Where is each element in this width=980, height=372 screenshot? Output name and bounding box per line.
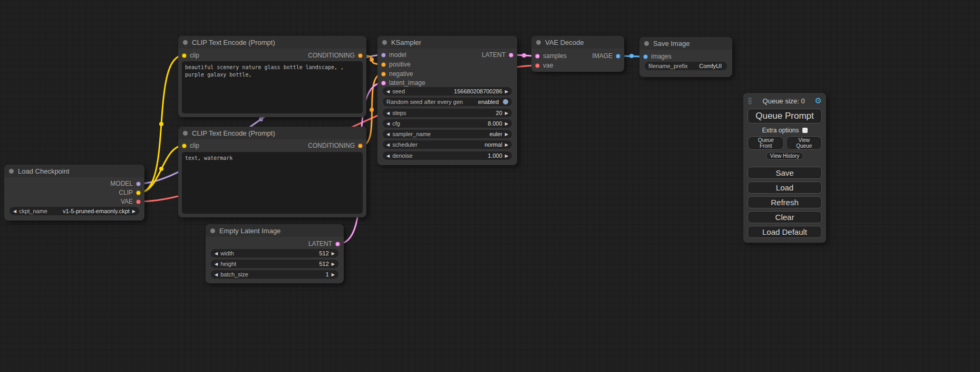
save-button[interactable]: Save — [748, 167, 822, 179]
node-titlebar[interactable]: VAE Decode — [531, 36, 624, 49]
widget-label: denoise — [392, 152, 413, 159]
spacer — [748, 160, 822, 164]
widget-value: v1-5-pruned-emaonly.ckpt — [50, 208, 130, 214]
view-history-button[interactable]: View History — [766, 152, 803, 160]
widget-label: sampler_name — [392, 131, 431, 137]
increment-arrow-icon[interactable]: ▶ — [505, 154, 508, 158]
decrement-arrow-icon[interactable]: ◀ — [386, 89, 390, 94]
output-port-conditioning[interactable] — [358, 53, 363, 58]
link-midpoint-dot — [629, 54, 634, 58]
queue-front-button[interactable]: Queue Front — [748, 136, 784, 150]
toggle-knob[interactable] — [503, 99, 508, 104]
widget-label: cfg — [392, 120, 400, 127]
increment-arrow-icon[interactable]: ▶ — [505, 121, 508, 126]
input-port-clip[interactable] — [182, 144, 187, 148]
output-port-latent[interactable] — [335, 242, 340, 246]
output-label: CLIP — [119, 189, 133, 196]
input-port-samples[interactable] — [535, 54, 540, 59]
view-queue-button[interactable]: View Queue — [786, 136, 822, 150]
node-title: CLIP Text Encode (Prompt) — [192, 129, 275, 137]
widget-label: filename_prefix — [648, 63, 688, 69]
widget-width[interactable]: ◀ width 512 ▶ — [211, 249, 338, 257]
widget-label: scheduler — [392, 141, 418, 148]
queue-panel: ⣿ Queue size: 0 ⚙ Queue Prompt Extra opt… — [743, 93, 826, 243]
widget-scheduler[interactable]: ◀ scheduler normal ▶ — [383, 140, 512, 149]
input-port-latent-image[interactable] — [381, 81, 386, 85]
decrement-arrow-icon[interactable]: ◀ — [215, 272, 218, 277]
node-status-dot[interactable] — [644, 41, 649, 46]
prev-arrow-icon[interactable]: ◀ — [386, 142, 390, 147]
widget-label: height — [220, 261, 236, 267]
node-empty-latent-image: Empty Latent Image LATENT ◀ width 512 ▶ … — [206, 224, 344, 283]
increment-arrow-icon[interactable]: ▶ — [332, 262, 335, 266]
widget-seed[interactable]: ◀ seed 156680208700286 ▶ — [383, 87, 512, 96]
output-port-image[interactable] — [616, 54, 620, 59]
increment-arrow-icon[interactable]: ▶ — [505, 111, 508, 116]
settings-gear-icon[interactable]: ⚙ — [815, 96, 822, 106]
node-titlebar[interactable]: CLIP Text Encode (Prompt) — [178, 127, 366, 139]
node-title: CLIP Text Encode (Prompt) — [192, 39, 275, 46]
decrement-arrow-icon[interactable]: ◀ — [215, 262, 218, 266]
widget-sampler-name[interactable]: ◀ sampler_name euler ▶ — [383, 130, 512, 138]
widget-random-seed-toggle[interactable]: Random seed after every gen enabled — [383, 98, 512, 106]
extra-options-checkbox[interactable] — [802, 128, 808, 133]
node-clip-text-encode-negative: CLIP Text Encode (Prompt) clip CONDITION… — [178, 127, 366, 217]
increment-arrow-icon[interactable]: ▶ — [505, 89, 508, 94]
node-titlebar[interactable]: Empty Latent Image — [206, 224, 344, 237]
widget-steps[interactable]: ◀ steps 20 ▶ — [383, 109, 512, 117]
widget-batch-size[interactable]: ◀ batch_size 1 ▶ — [211, 270, 338, 279]
input-label: vae — [543, 62, 553, 69]
widget-value: 8.000 — [403, 120, 502, 127]
input-label: positive — [389, 61, 411, 68]
extra-options-label: Extra options — [762, 127, 799, 134]
refresh-button[interactable]: Refresh — [748, 196, 822, 208]
decrement-arrow-icon[interactable]: ◀ — [386, 111, 390, 116]
increment-arrow-icon[interactable]: ▶ — [332, 251, 335, 256]
clear-button[interactable]: Clear — [748, 211, 822, 223]
next-arrow-icon[interactable]: ▶ — [505, 132, 508, 137]
node-status-dot[interactable] — [9, 169, 14, 174]
node-status-dot[interactable] — [183, 131, 188, 136]
node-status-dot[interactable] — [382, 40, 387, 45]
decrement-arrow-icon[interactable]: ◀ — [386, 154, 390, 158]
node-titlebar[interactable]: KSampler — [377, 36, 517, 49]
input-port-vae[interactable] — [535, 63, 540, 68]
queue-panel-header: ⣿ Queue size: 0 ⚙ — [748, 96, 822, 106]
next-arrow-icon[interactable]: ▶ — [132, 209, 135, 214]
prev-arrow-icon[interactable]: ◀ — [386, 132, 390, 137]
node-status-dot[interactable] — [210, 228, 215, 233]
load-button[interactable]: Load — [748, 182, 822, 194]
input-port-images[interactable] — [643, 54, 648, 59]
output-port-conditioning[interactable] — [358, 144, 363, 148]
queue-prompt-button[interactable]: Queue Prompt — [748, 109, 822, 123]
output-port-latent[interactable] — [509, 53, 513, 58]
load-default-button[interactable]: Load Default — [748, 226, 822, 238]
prompt-textarea[interactable]: text, watermark — [182, 152, 363, 214]
output-port-model[interactable] — [136, 182, 141, 186]
widget-filename-prefix[interactable]: filename_prefix ComfyUI — [645, 62, 727, 70]
input-port-positive[interactable] — [381, 62, 386, 67]
node-status-dot[interactable] — [183, 40, 188, 45]
node-titlebar[interactable]: Load Checkpoint — [4, 165, 144, 177]
input-port-negative[interactable] — [381, 72, 386, 77]
widget-cfg[interactable]: ◀ cfg 8.000 ▶ — [383, 119, 512, 128]
decrement-arrow-icon[interactable]: ◀ — [215, 251, 218, 256]
prompt-textarea[interactable]: beautiful scenery nature glass bottle la… — [182, 61, 363, 113]
input-port-model[interactable] — [381, 53, 386, 58]
output-port-clip[interactable] — [136, 190, 141, 195]
widget-denoise[interactable]: ◀ denoise 1.000 ▶ — [383, 151, 512, 160]
panel-drag-handle-icon[interactable]: ⣿ — [748, 97, 752, 104]
node-titlebar[interactable]: CLIP Text Encode (Prompt) — [178, 36, 366, 49]
prev-arrow-icon[interactable]: ◀ — [13, 209, 16, 214]
widget-label: seed — [392, 88, 405, 94]
next-arrow-icon[interactable]: ▶ — [505, 142, 508, 147]
widget-height[interactable]: ◀ height 512 ▶ — [211, 260, 338, 268]
input-port-clip[interactable] — [182, 53, 187, 58]
node-status-dot[interactable] — [536, 40, 541, 45]
widget-ckpt-name[interactable]: ◀ ckpt_name v1-5-pruned-emaonly.ckpt ▶ — [9, 207, 139, 215]
decrement-arrow-icon[interactable]: ◀ — [386, 121, 390, 126]
output-port-vae[interactable] — [136, 199, 141, 204]
increment-arrow-icon[interactable]: ▶ — [332, 272, 335, 277]
node-titlebar[interactable]: Save Image — [639, 37, 732, 50]
node-graph-canvas[interactable]: Load Checkpoint MODEL CLIP VAE ◀ ckpt_na… — [0, 0, 980, 372]
